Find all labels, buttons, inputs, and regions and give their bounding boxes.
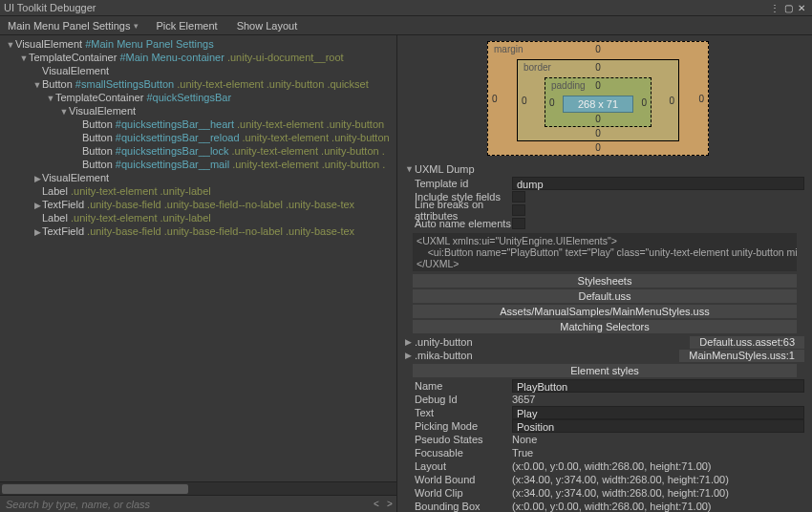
tree-row[interactable]: Label .unity-text-element .unity-label [0, 211, 396, 224]
uxml-code-block: <UXML xmlns:ui="UnityEngine.UIElements">… [413, 233, 797, 271]
tree-row[interactable]: ▼TemplateContainer #quickSettingsBar [0, 91, 396, 104]
selector-row[interactable]: ▶.unity-buttonDefault.uss.asset:63 [397, 335, 804, 349]
tree-row[interactable]: ▼TemplateContainer #Main Menu-container … [0, 51, 396, 64]
tree-row[interactable]: Button #quicksettingsBar__heart .unity-t… [0, 117, 396, 131]
border-label: border [524, 62, 551, 73]
tree-row[interactable]: ▼VisualElement [0, 104, 396, 117]
search-next-button[interactable]: > [383, 499, 396, 509]
tree-row[interactable]: ▼VisualElement #Main Menu Panel Settings [0, 37, 396, 51]
stylesheet-item[interactable]: Assets/ManualSamples/MainMenuStyles.uss [413, 305, 797, 318]
tree-row[interactable]: ▼Button #smallSettingsButton .unity-text… [0, 77, 396, 91]
text-input[interactable]: Play [512, 406, 804, 419]
tree-row[interactable]: Button #quicksettingsBar__reload .unity-… [0, 131, 396, 144]
box-model-content-size: 268 x 71 [563, 96, 633, 113]
horizontal-scrollbar[interactable] [0, 481, 396, 495]
box-model-diagram: margin 0 0 0 0 border 0 0 0 0 padding 0 [397, 35, 812, 161]
selector-source[interactable]: MainMenuStyles.uss:1 [679, 350, 804, 362]
line-breaks-checkbox[interactable] [512, 204, 525, 216]
pick-element-button[interactable]: Pick Element [146, 16, 226, 34]
hierarchy-tree[interactable]: ▼VisualElement #Main Menu Panel Settings… [0, 35, 396, 481]
search-prev-button[interactable]: < [370, 499, 383, 509]
fold-icon[interactable]: ▼ [405, 164, 415, 174]
picking-mode-dropdown[interactable]: Position [512, 419, 804, 433]
panel-selector-dropdown[interactable]: Main Menu Panel Settings [0, 16, 146, 34]
window-menu-icon[interactable]: ⋮ [768, 1, 781, 14]
window-titlebar: UI Toolkit Debugger ⋮ ▢ ✕ [0, 0, 812, 16]
window-title: UI Toolkit Debugger [4, 2, 96, 13]
margin-label: margin [494, 44, 524, 54]
search-input[interactable] [0, 497, 370, 512]
window-maximize-icon[interactable]: ▢ [781, 1, 795, 14]
selector-row[interactable]: ▶.mika-buttonMainMenuStyles.uss:1 [397, 349, 804, 362]
show-layout-button[interactable]: Show Layout [227, 16, 308, 34]
matching-selectors-header: Matching Selectors [413, 320, 797, 333]
toolbar: Main Menu Panel Settings Pick Element Sh… [0, 16, 812, 35]
template-id-input[interactable]: dump [512, 177, 804, 190]
auto-name-checkbox[interactable] [512, 218, 525, 229]
element-styles-header: Element styles [413, 364, 797, 377]
stylesheet-item[interactable]: Default.uss [413, 289, 797, 303]
window-close-icon[interactable]: ✕ [795, 1, 808, 14]
selector-source[interactable]: Default.uss.asset:63 [690, 336, 804, 349]
uxml-dump-header: UXML Dump [415, 163, 475, 175]
tree-row[interactable]: ▶VisualElement [0, 171, 396, 184]
include-styles-checkbox[interactable] [512, 191, 525, 203]
stylesheets-header: Stylesheets [413, 274, 797, 288]
fold-icon[interactable]: ▶ [405, 351, 415, 360]
padding-label: padding [551, 80, 586, 91]
tree-row[interactable]: ▶TextField .unity-base-field .unity-base… [0, 224, 396, 238]
name-input[interactable]: PlayButton [512, 379, 804, 393]
tree-row[interactable]: Label .unity-text-element .unity-label [0, 184, 396, 198]
tree-row[interactable]: ▶TextField .unity-base-field .unity-base… [0, 198, 396, 211]
fold-icon[interactable]: ▶ [405, 337, 415, 347]
tree-row[interactable]: Button #quicksettingsBar__mail .unity-te… [0, 158, 396, 171]
tree-row[interactable]: VisualElement [0, 64, 396, 77]
tree-row[interactable]: Button #quicksettingsBar__lock .unity-te… [0, 144, 396, 158]
